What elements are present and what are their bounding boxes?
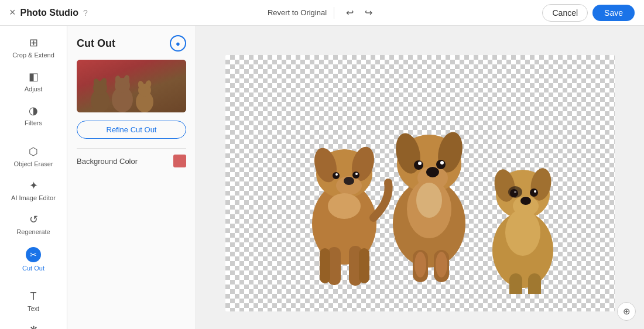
sidebar-item-adjust[interactable]: ◧ Adjust (4, 66, 63, 97)
header-right: Cancel Save (426, 4, 635, 22)
background-color-row: Background Color (77, 148, 186, 173)
save-button[interactable]: Save (592, 5, 635, 21)
svg-point-36 (440, 161, 444, 164)
svg-point-41 (436, 252, 447, 277)
crop-extend-icon: ⊞ (29, 36, 38, 49)
dogs-image (268, 71, 573, 294)
svg-point-17 (344, 177, 354, 185)
divider (334, 7, 334, 19)
sidebar-item-label: Cut Out (22, 265, 44, 272)
left-nav: ⊞ Crop & Extend ◧ Adjust ◑ Filters ⬡ Obj… (0, 26, 67, 329)
text-icon: T (30, 290, 37, 303)
sidebar-item-filters[interactable]: ◑ Filters (4, 100, 63, 131)
header-center: Revert to Original ↩ ↪ (218, 5, 426, 21)
svg-point-32 (426, 167, 439, 177)
svg-point-33 (414, 160, 423, 170)
svg-point-56 (505, 209, 540, 256)
cancel-button[interactable]: Cancel (542, 4, 588, 22)
zoom-icon: ⊕ (623, 306, 631, 317)
sidebar-item-label: Regenerate (16, 228, 50, 235)
sidebar-item-cut-out[interactable]: ✂ Cut Out (4, 242, 63, 276)
side-panel: Cut Out ● (67, 26, 196, 329)
cut-out-icon: ✂ (26, 247, 41, 262)
cut-out-thumbnail (77, 60, 186, 112)
header-left: × Photo Studio ? (9, 6, 218, 19)
undo-button[interactable]: ↩ (341, 5, 358, 21)
sidebar-item-object-eraser[interactable]: ⬡ Object Eraser (4, 140, 63, 172)
sidebar-item-decorative[interactable]: ❋ Decorative (4, 319, 63, 329)
filters-icon: ◑ (29, 104, 38, 117)
revert-button[interactable]: Revert to Original (268, 8, 327, 17)
ai-image-editor-icon: ✦ (29, 179, 38, 192)
svg-rect-24 (320, 248, 330, 283)
refine-cut-out-button[interactable]: Refine Cut Out (77, 121, 186, 139)
header: × Photo Studio ? Revert to Original ↩ ↪ … (0, 0, 644, 26)
svg-point-48 (520, 197, 531, 205)
svg-point-40 (415, 252, 426, 277)
sidebar-item-label: Text (28, 305, 39, 312)
thumbnail-image (77, 60, 186, 112)
bg-color-swatch[interactable] (173, 155, 186, 167)
svg-point-42 (416, 183, 442, 218)
svg-point-34 (436, 160, 446, 169)
panel-title: Cut Out (77, 37, 115, 50)
sidebar-item-label: Filters (25, 119, 42, 126)
svg-point-50 (530, 189, 538, 197)
svg-point-35 (418, 162, 422, 165)
help-icon[interactable]: ? (83, 8, 88, 18)
regenerate-icon: ↺ (29, 213, 38, 226)
main-area: ⊞ Crop & Extend ◧ Adjust ◑ Filters ⬡ Obj… (0, 26, 644, 329)
svg-point-20 (335, 173, 338, 176)
svg-point-19 (352, 172, 359, 179)
svg-point-53 (508, 186, 522, 198)
object-eraser-icon: ⬡ (29, 145, 38, 158)
sidebar-item-label: Object Eraser (13, 160, 53, 167)
sidebar-item-crop-extend[interactable]: ⊞ Crop & Extend (4, 32, 63, 63)
decorative-icon: ❋ (29, 324, 38, 329)
panel-header: Cut Out ● (77, 35, 186, 52)
bg-color-label: Background Color (77, 157, 138, 166)
sidebar-item-ai-image-editor[interactable]: ✦ AI Image Editor (4, 174, 63, 206)
svg-point-26 (328, 193, 361, 219)
svg-rect-54 (509, 273, 522, 294)
redo-button[interactable]: ↪ (360, 5, 376, 21)
zoom-button[interactable]: ⊕ (617, 302, 636, 321)
app-title: Photo Studio (20, 8, 79, 18)
panel-settings-button[interactable]: ● (170, 35, 186, 52)
sidebar-item-regenerate[interactable]: ↺ Regenerate (4, 208, 63, 240)
close-button[interactable]: × (9, 6, 16, 19)
svg-point-21 (355, 173, 358, 175)
sidebar-item-label: AI Image Editor (11, 194, 56, 201)
sidebar-item-text[interactable]: T Text (4, 286, 63, 317)
sidebar-item-label: Crop & Extend (12, 52, 54, 59)
adjust-icon: ◧ (29, 70, 39, 83)
svg-point-18 (333, 172, 340, 179)
svg-rect-55 (528, 273, 541, 294)
svg-rect-25 (359, 248, 369, 283)
sidebar-item-label: Adjust (25, 85, 43, 92)
canvas-area: ⊕ (196, 26, 644, 329)
svg-point-52 (534, 190, 536, 193)
